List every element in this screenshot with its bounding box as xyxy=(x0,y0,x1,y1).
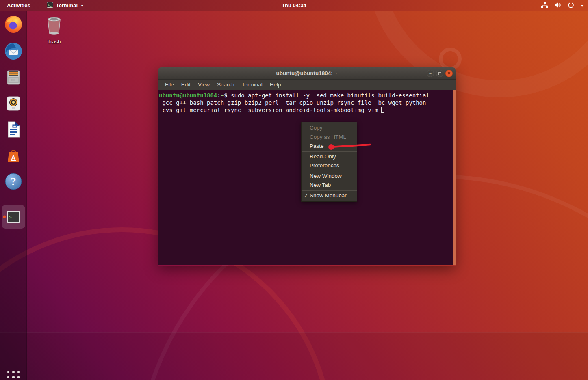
context-menu-item-new-window[interactable]: New Window xyxy=(302,172,357,181)
svg-text:_: _ xyxy=(12,215,15,220)
trash-label: Trash xyxy=(41,39,67,45)
menu-search[interactable]: Search xyxy=(213,82,238,88)
app-menu-label: Terminal xyxy=(56,2,78,9)
window-title: ubuntu@ubuntu1804: ~ xyxy=(276,70,338,76)
maximize-icon xyxy=(438,72,441,75)
activities-button[interactable]: Activities xyxy=(7,2,30,9)
dock-item-files[interactable] xyxy=(4,68,23,87)
menu-separator xyxy=(302,171,357,171)
dock-item-ubuntu-software[interactable]: A xyxy=(4,146,23,165)
grid-dot xyxy=(17,376,20,378)
wallpaper-ring xyxy=(439,48,462,70)
dock-item-thunderbird[interactable] xyxy=(4,41,23,61)
grid-dot xyxy=(7,376,10,378)
window-titlebar[interactable]: ubuntu@ubuntu1804: ~ − ✕ xyxy=(158,67,456,80)
chevron-down-icon: ▾ xyxy=(581,4,583,8)
speaker-icon xyxy=(4,94,23,113)
clock-button[interactable]: Thu 04:34 xyxy=(282,0,306,11)
system-tray-button[interactable]: ▾ xyxy=(541,0,583,11)
thunderbird-icon xyxy=(4,41,23,61)
prompt-user-host: ubuntu@ubuntu1804 xyxy=(159,92,217,99)
top-bar: Activities >_ Terminal ▾ Thu 04:34 ▾ xyxy=(0,0,588,11)
context-menu-item-show-menubar[interactable]: ✓Show Menubar xyxy=(302,191,357,201)
grid-dot xyxy=(12,371,15,374)
scrollbar[interactable] xyxy=(453,90,456,265)
software-bag-icon: A xyxy=(4,146,23,165)
menu-file[interactable]: File xyxy=(161,82,178,88)
terminal-line: cvs git mercurial rsync subversion andro… xyxy=(159,106,452,114)
svg-text:A: A xyxy=(11,154,16,161)
grid-dot xyxy=(17,371,20,374)
grid-dot xyxy=(12,376,15,378)
menu-separator xyxy=(302,190,357,191)
menu-terminal[interactable]: Terminal xyxy=(238,82,266,88)
terminal-menubar: File Edit View Search Terminal Help xyxy=(158,80,456,90)
power-icon xyxy=(568,2,574,9)
svg-text:?: ? xyxy=(11,175,16,188)
show-applications-button[interactable] xyxy=(6,369,21,380)
maximize-button[interactable] xyxy=(436,70,443,77)
context-menu-item-new-tab[interactable]: New Tab xyxy=(302,181,357,190)
context-menu-item-preferences[interactable]: Preferences xyxy=(302,161,357,171)
menu-edit[interactable]: Edit xyxy=(178,82,194,88)
terminal-line: ubuntu@ubuntu1804:~$ sudo apt-get instal… xyxy=(159,92,452,99)
terminal-cursor xyxy=(381,107,384,113)
running-indicator-dot xyxy=(3,216,6,218)
dock-item-rhythmbox[interactable] xyxy=(4,94,23,113)
grid-dot xyxy=(7,371,10,374)
help-question-icon: ? xyxy=(4,172,23,191)
terminal-context-menu: Copy Copy as HTML Paste Read-Only Prefer… xyxy=(301,122,357,202)
menu-help[interactable]: Help xyxy=(266,82,285,88)
terminal-mini-icon: >_ xyxy=(47,2,53,9)
trash-desktop-icon[interactable]: Trash xyxy=(41,15,67,45)
file-cabinet-icon xyxy=(4,68,23,87)
svg-text:>_: >_ xyxy=(48,4,52,7)
wallpaper-fold xyxy=(0,332,588,380)
dock-item-terminal[interactable]: >_ xyxy=(2,205,25,229)
app-menu-button[interactable]: >_ Terminal ▾ xyxy=(47,2,83,9)
chevron-down-icon: ▾ xyxy=(81,4,83,8)
context-menu-item-copy: Copy xyxy=(302,123,357,133)
dock: A ? >_ xyxy=(0,11,27,380)
annotation-arrow xyxy=(324,139,376,153)
dock-item-help[interactable]: ? xyxy=(4,172,23,191)
terminal-app-icon: >_ xyxy=(4,207,23,227)
close-button[interactable]: ✕ xyxy=(445,70,453,77)
minimize-button[interactable]: − xyxy=(427,70,434,77)
trash-bin-icon xyxy=(45,31,63,38)
volume-icon xyxy=(554,2,562,9)
terminal-line: gcc g++ bash patch gzip bzip2 perl tar c… xyxy=(159,99,452,106)
checkmark-icon: ✓ xyxy=(304,191,308,201)
dock-item-libreoffice-writer[interactable] xyxy=(4,120,23,139)
command-text: sudo apt-get install -y sed make binutil… xyxy=(231,92,430,99)
dock-item-firefox[interactable] xyxy=(4,15,23,34)
svg-text:>: > xyxy=(9,215,12,220)
network-wired-icon xyxy=(541,2,548,9)
menu-view[interactable]: View xyxy=(194,82,213,88)
firefox-icon xyxy=(4,15,23,34)
writer-document-icon xyxy=(4,120,23,139)
